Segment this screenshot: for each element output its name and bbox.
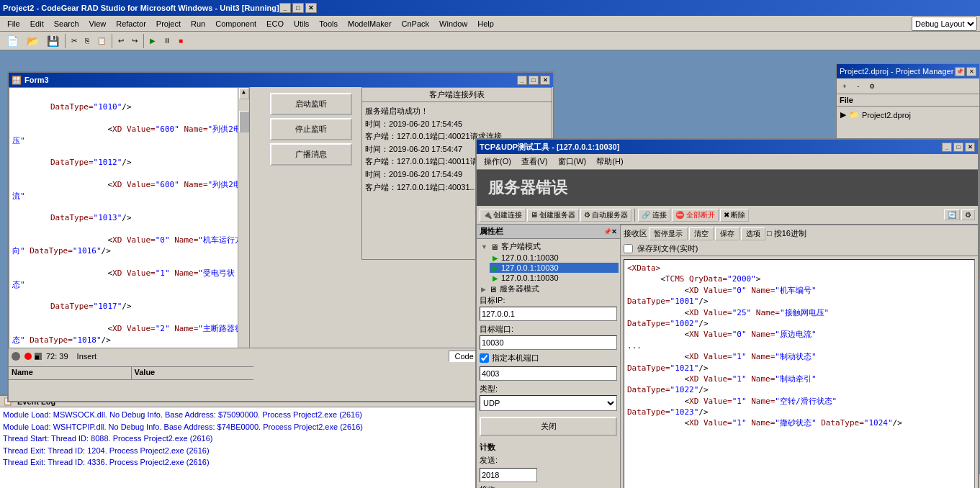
pause-display-btn[interactable]: 暂停显示 [649,227,688,240]
toolbar-paste[interactable]: 📋 [94,35,109,47]
local-port-cb[interactable] [480,353,489,363]
menu-component[interactable]: Component [211,18,261,30]
layout-dropdown[interactable]: Debug Layout [912,17,977,31]
save-realtime-cb[interactable] [624,244,633,253]
maximize-btn[interactable]: □ [292,3,304,13]
menu-modelmaker[interactable]: ModelMaker [343,18,396,30]
create-conn-btn[interactable]: 🔌 创建连接 [480,209,526,222]
toolbar-redo[interactable]: ↪ [128,35,141,47]
toolbar-cut[interactable]: ✂ [68,35,81,47]
menu-help[interactable]: Help [473,18,498,30]
tcp-menu-ops[interactable]: 操作(O) [480,155,516,168]
disconnect-all-btn[interactable]: ⛔ 全部断开 [672,209,719,222]
form3-title-bar: 🪟 Form3 _ □ ✕ [9,73,553,87]
xml-scrollbar[interactable]: ▲ ▼ [238,88,249,360]
tcp-menu: 操作(O) 查看(V) 窗口(W) 帮助(H) [477,154,978,170]
project-manager-title: Project2.dproj - Project Manager 📌 ✕ [837,64,979,78]
send-count-input[interactable] [480,468,537,482]
connect-btn[interactable]: 🔗 连接 [638,209,670,222]
props-tree: ▼ 🖥 客户端模式 ▶ 127.0.0.1:10030 ▶ 127.0.0.1:… [477,239,620,292]
toolbar-open[interactable]: 📂 [23,33,42,49]
pm-options-btn[interactable]: ⚙ [866,80,878,93]
menu-view[interactable]: View [85,18,111,30]
menu-tools[interactable]: Tools [315,18,342,30]
menu-project[interactable]: Project [152,18,185,30]
target-port-label: 目标端口: [480,324,617,335]
form3-maximize[interactable]: □ [529,76,539,85]
settings-btn[interactable]: ⚙ [961,209,975,220]
menu-run[interactable]: Run [186,18,210,30]
tcp-menu-window[interactable]: 窗口(W) [554,155,591,168]
menu-cnpack[interactable]: CnPack [397,18,434,30]
insert-mode: Insert [77,352,97,361]
event-log-content: Module Load: MSWSOCK.dll. No Debug Info.… [0,407,475,485]
hex16-label: □ 按16进制 [767,228,806,239]
target-port-input[interactable] [480,335,617,350]
menu-search[interactable]: Search [50,18,84,30]
start-listen-btn[interactable]: 启动监听 [270,93,352,115]
menu-edit[interactable]: Edit [26,18,48,30]
tree-client-mode[interactable]: ▼ 🖥 客户端模式 [478,240,619,253]
pm-pin-btn[interactable]: 📌 [955,67,965,76]
toolbar-save[interactable]: 💾 [43,33,63,49]
stop-listen-btn[interactable]: 停止监听 [270,118,352,140]
pm-remove-btn[interactable]: - [852,80,865,93]
pm-file-label: File [837,94,979,107]
conn-1[interactable]: ▶ 127.0.0.1:10030 [490,253,619,263]
form3-minimize[interactable]: _ [517,76,527,85]
menu-file[interactable]: File [3,18,24,30]
refresh-btn[interactable]: 🔄 [944,209,960,220]
close-conn-btn[interactable]: 关闭 [480,417,617,436]
toolbar-run[interactable]: ▶ [146,35,159,47]
tcp-menu-view[interactable]: 查看(V) [517,155,552,168]
toolbar-copy[interactable]: ⎘ [81,35,93,47]
save-recv-btn[interactable]: 保存 [715,227,740,240]
minimize-btn[interactable]: _ [279,3,291,13]
local-port-input[interactable] [480,366,617,381]
tcp-maximize[interactable]: □ [953,143,963,152]
code-toolbar: ■ 72: 39 Insert Code Design Hist [9,348,553,363]
options-recv-btn[interactable]: 选项 [741,227,765,240]
toolbar-pause[interactable]: ⏸ [160,35,174,47]
auto-server-btn[interactable]: ⚙ 自动服务器 [580,209,631,222]
clear-recv-btn[interactable]: 清空 [689,227,714,240]
menu-utils[interactable]: Utils [289,18,313,30]
target-ip-input[interactable] [480,307,617,321]
delete-btn[interactable]: ✖ 断除 [720,209,750,222]
properties-panel: 属性栏 📌✕ ▼ 🖥 客户端模式 ▶ 127.0.0.1:10030 [477,225,621,488]
ide-title-buttons[interactable]: _ □ ✕ [279,3,317,13]
conn-3[interactable]: ▶ 127.0.0.1:10030 [490,273,619,283]
recv-area[interactable]: <XData> <TCMS QryData="2000"> <XD Value=… [624,259,975,488]
create-server-btn[interactable]: 🖥 创建服务器 [527,209,579,222]
toolbar-undo[interactable]: ↩ [114,35,127,47]
conn-2[interactable]: ▶ 127.0.0.1:10030 [490,263,619,273]
type-select[interactable]: UDP TCP [480,395,617,411]
close-btn[interactable]: ✕ [305,3,317,13]
btn-panel: 启动监听 停止监听 广播消息 [264,87,358,171]
props-pin-btn[interactable]: 📌✕ [603,228,617,235]
local-port-label: 指定本机端口 [492,353,539,363]
conn-form: 目标IP: 目标端口: 指定本机端口 类型: [477,292,620,439]
tcp-menu-help[interactable]: 帮助(H) [592,155,627,168]
xml-editor[interactable]: DataType="1010"/> <XD Value="600" Name="… [9,87,250,361]
toolbar-new[interactable]: 📄 [3,33,22,49]
toolbar-stop[interactable]: ■ [175,35,186,47]
tcp-minimize[interactable]: _ [942,143,952,152]
log-line-2: Thread Start: Thread ID: 8088. Process P… [3,433,472,445]
menu-eco[interactable]: ECO [262,18,288,30]
log-line-0: Module Load: MSWSOCK.dll. No Debug Info.… [3,409,472,421]
broadcast-btn[interactable]: 广播消息 [270,143,352,166]
tcp-toolbar: 🔌 创建连接 🖥 创建服务器 ⚙ 自动服务器 🔗 连接 ⛔ 全部断开 ✖ 断除 … [477,206,978,225]
ide-title-bar: Project2 - CodeGear RAD Studio for Micro… [0,0,980,16]
menu-window[interactable]: Window [435,18,472,30]
conn-1-icon: ▶ [493,254,498,262]
tree-server-mode[interactable]: ▶ 🖥 服务器模式 [478,283,619,292]
form3-close[interactable]: ✕ [540,76,550,85]
pm-close-btn[interactable]: ✕ [966,67,976,76]
client-msg-1: 时间：2019-06-20 17:54:45 [365,118,549,131]
tcp-close[interactable]: ✕ [965,143,975,152]
conn-3-icon: ▶ [493,274,498,282]
menu-refactor[interactable]: Refactor [112,18,150,30]
pm-add-btn[interactable]: + [838,80,851,93]
form3-window: 🪟 Form3 _ □ ✕ DataType="1010"/> <XD Valu… [7,71,554,402]
